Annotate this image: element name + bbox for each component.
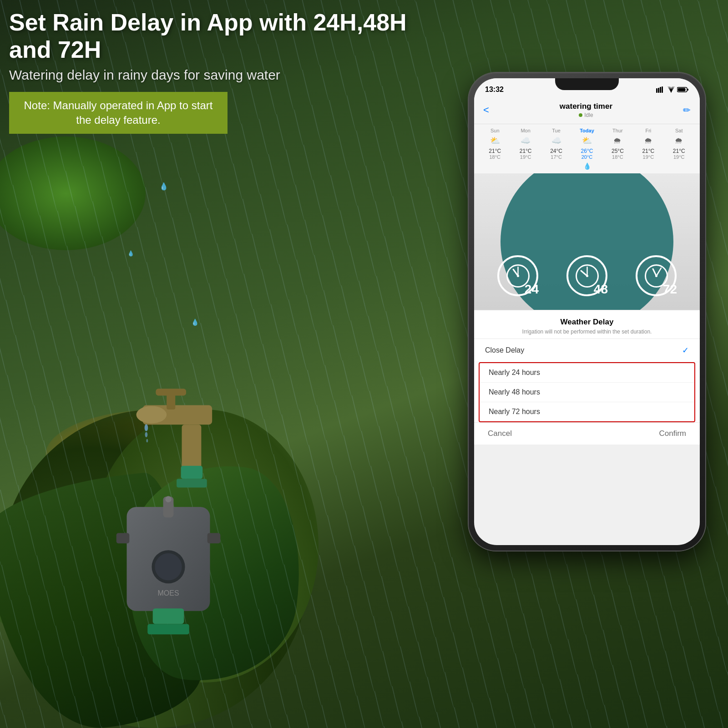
svg-rect-8	[177, 479, 207, 487]
day-mon: Mon ☁️ 21°C 19°C	[510, 128, 541, 160]
svg-text:MOES: MOES	[157, 589, 179, 597]
app-main: 24 48	[474, 173, 700, 310]
day-tue: Tue ☁️ 24°C 17°C	[541, 128, 571, 160]
phone-screen: 13:32 < watering timer Idle ✏	[474, 78, 700, 545]
clock-circle-24: 24	[497, 255, 538, 296]
edit-icon[interactable]: ✏	[683, 105, 691, 116]
app-title: watering timer	[560, 102, 612, 111]
day-fri: Fri 🌧 21°C 19°C	[633, 128, 663, 160]
close-delay-label: Close Delay	[485, 346, 524, 354]
svg-rect-28	[687, 89, 688, 91]
clock-number-72: 72	[663, 282, 677, 297]
app-header: < watering timer Idle ✏	[474, 98, 700, 124]
subtitle: Watering delay in rainy days for saving …	[9, 67, 437, 83]
delay-title: Weather Delay	[483, 318, 691, 327]
cancel-button[interactable]: Cancel	[488, 429, 512, 438]
svg-point-41	[655, 275, 657, 277]
delay-header: Weather Delay Irrigation will not be per…	[474, 310, 700, 339]
water-drop-2: 💧	[127, 250, 134, 257]
svg-rect-23	[656, 88, 657, 93]
delay-subtitle: Irrigation will not be performed within …	[483, 329, 691, 335]
popup-footer: Cancel Confirm	[474, 422, 700, 445]
clock-icon-72[interactable]: 72	[636, 255, 677, 296]
days-row: Sun ⛅ 21°C 18°C Mon ☁️ 21°C 19°C Tue ☁️	[480, 128, 694, 160]
svg-line-39	[653, 269, 657, 276]
day-name-fri: Fri	[633, 128, 663, 133]
svg-point-9	[145, 424, 148, 431]
back-button[interactable]: <	[483, 104, 489, 116]
day-sun: Sun ⛅ 21°C 18°C	[480, 128, 510, 160]
day-name-mon: Mon	[510, 128, 541, 133]
delay-options: Close Delay ✓ Nearly 24 hours Nearly 48 …	[474, 339, 700, 422]
clock-number-24: 24	[525, 282, 539, 297]
day-name-sun: Sun	[480, 128, 510, 133]
rain-indicator: 💧	[480, 162, 694, 170]
day-name-sat: Sat	[664, 128, 694, 133]
clock-icon-24[interactable]: 24	[497, 255, 538, 296]
faucet-svg	[105, 318, 250, 500]
svg-line-31	[513, 269, 518, 276]
svg-rect-22	[147, 624, 189, 634]
svg-point-17	[155, 553, 182, 580]
day-today: Today ⛅ 26°C 20°C	[571, 128, 602, 160]
note-text: Note: Manually operated in App to start …	[18, 98, 218, 128]
delay-option-72h-label: Nearly 72 hours	[489, 408, 540, 416]
status-label: Idle	[584, 112, 593, 118]
day-name-tue: Tue	[541, 128, 571, 133]
clock-icon-48[interactable]: 48	[566, 255, 607, 296]
confirm-button[interactable]: Confirm	[659, 429, 686, 438]
phone-notch	[555, 78, 619, 90]
highlighted-options: Nearly 24 hours Nearly 48 hours Nearly 7…	[479, 362, 695, 422]
clock-icons-row: 24 48	[474, 255, 700, 296]
weather-section: Sun ⛅ 21°C 18°C Mon ☁️ 21°C 19°C Tue ☁️	[474, 124, 700, 173]
main-title: Set Rain Delay in App with 24H,48H and 7…	[9, 9, 437, 64]
svg-point-15	[165, 496, 172, 502]
svg-point-37	[586, 275, 588, 277]
delay-option-48h-label: Nearly 48 hours	[489, 388, 540, 396]
day-name-today: Today	[571, 128, 602, 133]
close-delay-option[interactable]: Close Delay ✓	[474, 339, 700, 362]
close-delay-checkmark: ✓	[682, 345, 689, 355]
svg-rect-6	[156, 389, 186, 395]
day-thur: Thur 🌧 25°C 18°C	[602, 128, 633, 160]
note-box: Note: Manually operated in App to start …	[9, 92, 228, 134]
svg-line-35	[581, 271, 587, 276]
day-sat: Sat 🌧 21°C 19°C	[664, 128, 694, 160]
delay-option-24h-label: Nearly 24 hours	[489, 369, 540, 377]
status-time: 13:32	[485, 86, 504, 94]
svg-point-11	[146, 439, 148, 443]
weather-delay-popup: Weather Delay Irrigation will not be per…	[474, 310, 700, 445]
svg-rect-25	[660, 87, 661, 93]
svg-point-4	[136, 406, 167, 423]
status-dot	[579, 113, 582, 117]
top-text-area: Set Rain Delay in App with 24H,48H and 7…	[9, 9, 437, 134]
timer-device-svg: MOES	[114, 491, 223, 637]
clock-circle-48: 48	[566, 255, 607, 296]
water-drop-1: 💧	[159, 182, 168, 191]
svg-rect-20	[207, 533, 221, 543]
faucet-area: MOES	[68, 318, 296, 637]
svg-rect-26	[662, 86, 663, 93]
phone-mockup: 13:32 < watering timer Idle ✏	[469, 73, 705, 551]
clock-circle-72: 72	[636, 255, 677, 296]
svg-line-40	[656, 268, 661, 276]
status-icons	[656, 86, 689, 93]
app-title-area: watering timer Idle	[560, 102, 612, 118]
svg-rect-29	[678, 88, 686, 91]
clock-number-48: 48	[594, 282, 608, 297]
delay-option-24h[interactable]: Nearly 24 hours	[480, 363, 694, 383]
svg-rect-7	[181, 466, 203, 479]
phone-outer: 13:32 < watering timer Idle ✏	[469, 73, 705, 551]
delay-option-48h[interactable]: Nearly 48 hours	[480, 383, 694, 402]
svg-point-33	[517, 275, 519, 277]
svg-rect-21	[153, 608, 184, 624]
app-status-badge: Idle	[560, 112, 612, 118]
svg-rect-24	[658, 88, 659, 93]
svg-rect-19	[116, 533, 130, 543]
svg-point-10	[145, 432, 148, 437]
day-name-thur: Thur	[602, 128, 633, 133]
delay-option-72h[interactable]: Nearly 72 hours	[480, 402, 694, 421]
